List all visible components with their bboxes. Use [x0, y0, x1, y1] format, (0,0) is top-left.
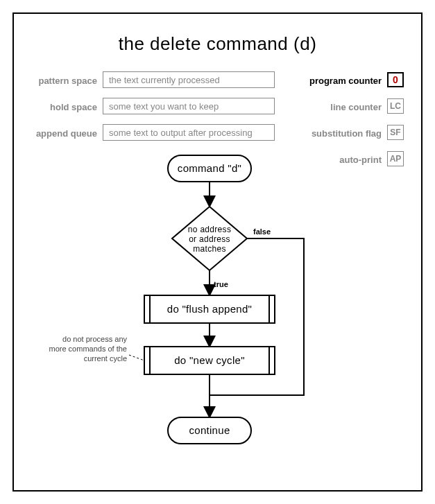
annotation-leader	[129, 355, 144, 360]
label-true: true	[214, 280, 228, 288]
node-proc2-text: do "new cycle"	[174, 354, 245, 366]
outer-frame: the delete command (d) pattern space the…	[12, 12, 423, 492]
node-start-text: command "d"	[178, 162, 241, 174]
decision-line1: no address	[188, 225, 231, 234]
label-false: false	[253, 227, 271, 236]
flowchart-svg: command "d" no address or address matche…	[14, 14, 424, 493]
decision-line3: matches	[193, 244, 225, 254]
decision-line2: or address	[189, 234, 230, 244]
diagram-canvas: the delete command (d) pattern space the…	[0, 0, 435, 504]
node-end-text: continue	[189, 424, 230, 436]
node-proc1-text: do "flush append"	[167, 303, 253, 315]
